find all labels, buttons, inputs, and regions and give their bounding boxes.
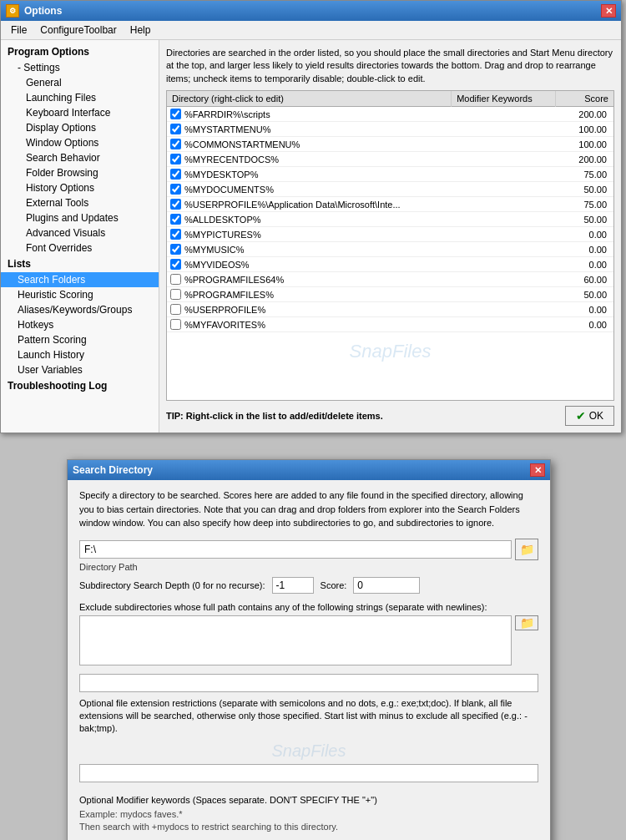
score-input[interactable] <box>353 577 420 594</box>
modifier-input[interactable] <box>79 764 538 782</box>
sidebar-item-hotkeys[interactable]: Hotkeys <box>1 317 159 332</box>
dir-cell: %MYVIDEOS% <box>167 257 452 272</box>
dir-modifier <box>452 167 555 182</box>
dir-score: 50.00 <box>555 287 613 302</box>
dir-modifier <box>452 227 555 242</box>
sidebar-item-folder-browsing[interactable]: Folder Browsing <box>1 165 159 180</box>
path-browse-button[interactable]: 📁 <box>515 539 538 560</box>
sidebar-item-user-variables[interactable]: User Variables <box>1 362 159 377</box>
exclude-browse-button[interactable]: 📁 <box>515 615 538 630</box>
dir-score: 200.00 <box>555 152 613 167</box>
sidebar-item-external-tools[interactable]: External Tools <box>1 195 159 210</box>
dir-checkbox[interactable] <box>170 199 181 210</box>
dir-checkbox[interactable] <box>170 289 181 300</box>
dir-cell: %MYPICTURES% <box>167 227 452 242</box>
dir-score: 200.00 <box>555 107 613 122</box>
ext-input[interactable] <box>79 674 538 692</box>
dir-checkbox[interactable] <box>170 319 181 330</box>
sidebar-item-aliases-keywords[interactable]: Aliases/Keywords/Groups <box>1 302 159 317</box>
dir-checkbox[interactable] <box>170 259 181 270</box>
depth-score-row: Subdirectory Search Depth (0 for no recu… <box>79 577 538 594</box>
dir-score: 50.00 <box>555 182 613 197</box>
dir-path: %ALLDESKTOP% <box>184 215 261 225</box>
menu-file[interactable]: File <box>4 23 33 38</box>
dir-checkbox[interactable] <box>170 304 181 315</box>
dir-score: 50.00 <box>555 212 613 227</box>
sidebar-item-search-folders[interactable]: Search Folders <box>1 272 159 287</box>
options-right-panel: Directories are searched in the order li… <box>159 40 621 433</box>
dir-cell: %MYDOCUMENTS% <box>167 182 452 197</box>
dir-cell: %MYFAVORITES% <box>167 317 452 332</box>
dir-modifier <box>452 242 555 257</box>
group-troubleshooting[interactable]: Troubleshooting Log <box>1 377 159 394</box>
modifier-sub1: Example: mydocs faves.* <box>79 809 538 819</box>
dir-checkbox[interactable] <box>170 214 181 225</box>
exclude-textarea[interactable] <box>79 615 512 665</box>
directory-table: Directory (right-click to edit) Modifier… <box>167 91 613 332</box>
exclude-area-row: 📁 <box>79 615 538 665</box>
sidebar-item-general[interactable]: General <box>1 75 159 90</box>
options-title-bar: ⚙ Options ✕ <box>1 1 621 21</box>
dir-cell: %PROGRAMFILES64% <box>167 272 452 287</box>
dir-cell: %USERPROFILE% <box>167 302 452 317</box>
search-dir-body: Specify a directory to be searched. Scor… <box>68 480 550 794</box>
options-ok-button[interactable]: ✔ OK <box>565 406 614 426</box>
tip-text: TIP: Right-click in the list to add/edit… <box>166 411 383 421</box>
menu-configure-toolbar[interactable]: ConfigureToolbar <box>33 23 123 38</box>
dir-checkbox[interactable] <box>170 274 181 285</box>
dir-cell: %COMMONSTARTMENU% <box>167 137 452 152</box>
sidebar-item-font-overrides[interactable]: Font Overrides <box>1 240 159 256</box>
dir-path: %MYDESKTOP% <box>184 170 258 180</box>
sidebar-item-settings[interactable]: - Settings <box>1 60 159 75</box>
menu-help[interactable]: Help <box>124 23 158 38</box>
dir-checkbox[interactable] <box>170 109 181 119</box>
sidebar-item-history-options[interactable]: History Options <box>1 180 159 195</box>
options-window: ⚙ Options ✕ File ConfigureToolbar Help P… <box>0 0 622 433</box>
options-main-content: Program Options - Settings General Launc… <box>1 40 621 433</box>
dir-path: %COMMONSTARTMENU% <box>184 139 300 149</box>
path-row: 📁 <box>79 539 538 560</box>
dir-checkbox[interactable] <box>170 244 181 255</box>
sidebar-item-display-options[interactable]: Display Options <box>1 120 159 135</box>
sidebar-item-launch-history[interactable]: Launch History <box>1 347 159 362</box>
sidebar-item-window-options[interactable]: Window Options <box>1 135 159 150</box>
dir-path: %MYFAVORITES% <box>184 320 265 330</box>
options-window-icon: ⚙ <box>6 4 19 18</box>
table-row: %MYSTARTMENU%100.00 <box>167 122 613 137</box>
depth-label: Subdirectory Search Depth (0 for no recu… <box>79 580 265 590</box>
table-row: %FARRDIR%\scripts200.00 <box>167 107 613 122</box>
dir-score: 75.00 <box>555 167 613 182</box>
sidebar-item-keyboard-interface[interactable]: Keyboard Interface <box>1 105 159 120</box>
dir-path: %MYPICTURES% <box>184 230 261 240</box>
dir-checkbox[interactable] <box>170 229 181 240</box>
sidebar-item-heuristic-scoring[interactable]: Heuristic Scoring <box>1 287 159 302</box>
options-close-button[interactable]: ✕ <box>601 4 616 18</box>
sidebar-item-search-behavior[interactable]: Search Behavior <box>1 150 159 165</box>
dir-modifier <box>452 287 555 302</box>
dir-path: %MYVIDEOS% <box>184 260 250 270</box>
sidebar-item-launching-files[interactable]: Launching Files <box>1 90 159 105</box>
table-row: %USERPROFILE%\Application Data\Microsoft… <box>167 197 613 212</box>
dir-modifier <box>452 212 555 227</box>
dir-score: 100.00 <box>555 137 613 152</box>
search-dir-close-button[interactable]: ✕ <box>530 463 545 477</box>
dir-checkbox[interactable] <box>170 169 181 180</box>
depth-input[interactable] <box>272 577 314 594</box>
options-ok-label: OK <box>589 410 603 422</box>
path-input[interactable] <box>79 540 512 559</box>
dir-modifier <box>452 122 555 137</box>
sidebar-item-advanced-visuals[interactable]: Advanced Visuals <box>1 225 159 240</box>
table-row: %MYFAVORITES%0.00 <box>167 317 613 332</box>
dir-checkbox[interactable] <box>170 184 181 195</box>
options-sidebar: Program Options - Settings General Launc… <box>1 40 159 433</box>
sidebar-item-pattern-scoring[interactable]: Pattern Scoring <box>1 332 159 347</box>
dir-checkbox[interactable] <box>170 139 181 149</box>
sidebar-item-plugins-updates[interactable]: Plugins and Updates <box>1 210 159 225</box>
table-row: %COMMONSTARTMENU%100.00 <box>167 137 613 152</box>
dir-score: 0.00 <box>555 242 613 257</box>
dir-checkbox[interactable] <box>170 154 181 164</box>
dir-modifier <box>452 197 555 212</box>
col-modifier: Modifier Keywords <box>452 91 555 107</box>
dir-checkbox[interactable] <box>170 124 181 134</box>
dir-cell: %MYMUSIC% <box>167 242 452 257</box>
